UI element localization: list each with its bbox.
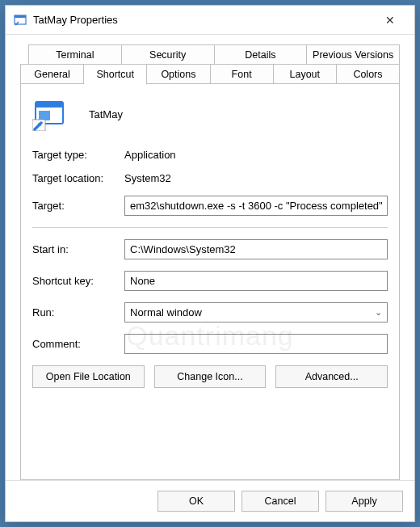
tab-previous-versions[interactable]: Previous Versions (307, 44, 400, 64)
shortcut-header: TatMay (32, 97, 388, 131)
properties-window: TatMay Properties ✕ Terminal Security De… (5, 5, 415, 522)
input-target[interactable] (124, 196, 388, 216)
value-target-type: Application (124, 149, 388, 161)
tab-font[interactable]: Font (211, 64, 274, 84)
input-comment[interactable] (124, 334, 388, 354)
row-target: Target: (32, 196, 388, 216)
row-target-type: Target type: Application (32, 149, 388, 161)
tab-general[interactable]: General (20, 64, 84, 84)
row-shortcut-key: Shortcut key: (32, 271, 388, 291)
input-start-in[interactable] (124, 239, 388, 259)
svg-rect-3 (36, 102, 63, 108)
label-target-location: Target location: (32, 172, 124, 184)
separator (32, 227, 388, 228)
svg-rect-4 (39, 111, 50, 120)
label-comment: Comment: (32, 338, 124, 350)
row-target-location: Target location: System32 (32, 172, 388, 184)
row-start-in: Start in: (32, 239, 388, 259)
advanced-button[interactable]: Advanced... (275, 365, 388, 388)
shortcut-file-icon (32, 97, 66, 131)
tab-shortcut[interactable]: Shortcut (84, 64, 147, 85)
tab-details[interactable]: Details (215, 44, 308, 64)
value-target-location: System32 (124, 172, 388, 184)
content-area: Terminal Security Details Previous Versi… (6, 35, 414, 480)
row-comment: Comment: (32, 334, 388, 354)
tab-security[interactable]: Security (122, 44, 215, 64)
select-run[interactable]: Normal window ⌄ (124, 302, 388, 323)
chevron-down-icon: ⌄ (375, 307, 382, 318)
apply-button[interactable]: Apply (326, 491, 403, 512)
tab-colors[interactable]: Colors (337, 64, 400, 84)
titlebar: TatMay Properties ✕ (6, 6, 414, 35)
dialog-footer: OK Cancel Apply (6, 480, 414, 521)
label-target-type: Target type: (32, 149, 124, 161)
label-start-in: Start in: (32, 243, 124, 255)
tab-options[interactable]: Options (147, 64, 210, 84)
tab-layout[interactable]: Layout (274, 64, 337, 84)
close-icon[interactable]: ✕ (374, 14, 406, 27)
change-icon-button[interactable]: Change Icon... (154, 365, 267, 388)
tabs-row-1: Terminal Security Details Previous Versi… (28, 44, 400, 64)
cancel-button[interactable]: Cancel (242, 491, 319, 512)
select-run-value: Normal window (130, 306, 202, 318)
window-icon (14, 14, 27, 27)
input-shortcut-key[interactable] (124, 271, 388, 291)
svg-rect-1 (15, 15, 26, 18)
label-shortcut-key: Shortcut key: (32, 275, 124, 287)
shortcut-panel: Quantrimang TatMay Target type: App (20, 83, 400, 480)
label-target: Target: (32, 200, 124, 212)
tabs-row-2: General Shortcut Options Font Layout Col… (20, 64, 400, 84)
label-run: Run: (32, 306, 124, 318)
shortcut-buttons: Open File Location Change Icon... Advanc… (32, 365, 388, 388)
window-title: TatMay Properties (33, 14, 374, 26)
ok-button[interactable]: OK (158, 491, 235, 512)
shortcut-name: TatMay (89, 108, 123, 120)
tab-terminal[interactable]: Terminal (28, 44, 122, 64)
row-run: Run: Normal window ⌄ (32, 302, 388, 323)
open-file-location-button[interactable]: Open File Location (32, 365, 145, 388)
